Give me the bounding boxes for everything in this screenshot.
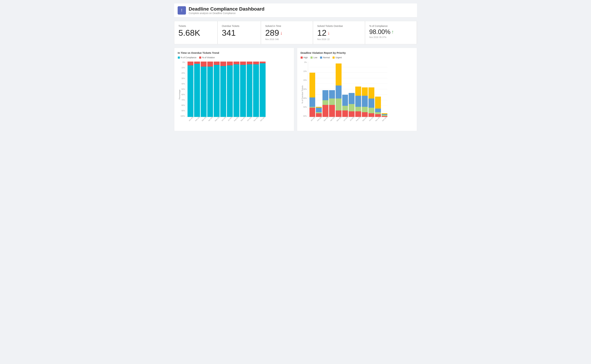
legend-label: % of Compliance (181, 56, 196, 59)
chart2-y-ticks: 60%50%40%30%20%10%0% (303, 62, 308, 117)
legend-color-box (311, 57, 312, 58)
legend-label: Urgent (336, 56, 342, 59)
bar-low (349, 104, 355, 111)
y-tick: 40% (181, 83, 185, 85)
bar-group (349, 62, 355, 117)
bar-low (362, 107, 368, 112)
bar-violation (188, 62, 193, 65)
bar-violation (253, 62, 259, 64)
kpi-card-2: Solved in Time289↓Nov 2019: 546 (261, 21, 313, 44)
chart1-title: In Time vs Overdue Tickets Trend (178, 51, 291, 54)
bar-compliance (234, 64, 239, 117)
dashboard-icon: ! (178, 6, 186, 15)
arrow-down-icon: ↓ (280, 31, 283, 35)
bar-group (220, 62, 226, 117)
legend-item: High (301, 56, 308, 59)
bar-group (227, 62, 233, 117)
kpi-sub-4: Nov 2019: 95.37% (369, 36, 413, 39)
bar-normal (362, 96, 368, 107)
bar-urgent (310, 73, 315, 98)
page-title: Deadline Compliance Dashboard (189, 6, 265, 12)
bar-normal (355, 96, 361, 107)
bar-group (336, 62, 342, 117)
bar-group (194, 62, 200, 117)
y-tick: 60% (303, 115, 307, 117)
y-tick: 20% (303, 79, 307, 81)
bar-high (349, 111, 355, 117)
bar-high (316, 113, 322, 117)
y-tick: 40% (303, 98, 307, 99)
bar-normal (316, 108, 322, 112)
bar-group (323, 62, 328, 117)
kpi-card-4: % of Compliance98.00%↑Nov 2019: 95.37% (365, 21, 417, 44)
bar-group (234, 62, 239, 117)
bar-group (214, 62, 220, 117)
bar-violation (194, 62, 200, 64)
bar-group (201, 62, 207, 117)
chart1-y-label: Percentage (178, 62, 181, 127)
chart2-y-label: % of Overdue Tickets (301, 62, 303, 127)
chart-in-time-vs-overdue: In Time vs Overdue Tickets Trend % of Co… (174, 48, 294, 131)
legend-item: % of Violation (199, 56, 215, 59)
y-tick: 10% (303, 71, 307, 72)
bar-group (253, 62, 259, 117)
legend-label: Low (313, 56, 317, 59)
legend-label: High (304, 56, 308, 59)
bar-violation (214, 62, 220, 65)
bar-low (329, 98, 335, 105)
y-tick: 70% (181, 99, 185, 101)
kpi-value-4: 98.00%↑ (369, 29, 413, 35)
bar-normal (336, 85, 342, 98)
y-tick: 50% (181, 88, 185, 90)
bar-group (329, 62, 335, 117)
bar-compliance (260, 63, 266, 117)
bar-group (240, 62, 246, 117)
bar-high (362, 112, 368, 117)
chart1-y-ticks: 100%90%80%70%60%50%40%30%20%10%0% (181, 62, 186, 117)
chart2-area (308, 62, 388, 117)
bar-urgent (375, 97, 381, 109)
arrow-down-icon: ↓ (327, 31, 330, 35)
y-tick: 50% (303, 106, 307, 108)
bar-group (362, 62, 368, 117)
bar-high (323, 105, 328, 117)
kpi-card-0: Tickets5.68K (174, 21, 217, 44)
kpi-label-2: Solved in Time (265, 25, 309, 27)
chart1-inner: Jan 2019Feb 2019Mar 2019Apr 2019May 2019… (186, 62, 266, 127)
bar-normal (375, 109, 381, 112)
bar-compliance (201, 67, 207, 117)
bar-violation (201, 62, 207, 67)
y-tick: 10% (181, 67, 185, 69)
bar-violation (240, 62, 246, 65)
header-text: Deadline Compliance Dashboard Complete a… (189, 6, 265, 15)
bar-low (355, 107, 361, 111)
bar-compliance (207, 67, 213, 117)
legend-color-box (301, 57, 303, 58)
page-subtitle: Complete analysis on Deadline Compliance (189, 12, 265, 15)
bar-violation (227, 62, 233, 65)
bar-compliance (227, 65, 233, 117)
y-tick: 100% (181, 115, 185, 117)
kpi-card-1: Overdue Tickets341 (218, 21, 261, 44)
bar-high (369, 113, 374, 117)
chart2-title: Deadline Violation Report by Priority (301, 51, 413, 54)
chart2-inner: Jan 2019Feb 2019Mar 2019Apr 2019May 2019… (308, 62, 388, 127)
bar-high (310, 108, 315, 117)
bar-high (382, 116, 388, 117)
bar-compliance (188, 65, 193, 117)
kpi-value-2: 289↓ (265, 29, 309, 37)
bar-group (310, 62, 315, 117)
chart1-legend: % of Compliance% of Violation (178, 56, 291, 59)
bar-violation (247, 62, 253, 64)
kpi-value-1: 341 (222, 29, 257, 37)
dashboard: ! Deadline Compliance Dashboard Complete… (174, 3, 417, 131)
legend-item: Normal (320, 56, 330, 59)
chart1-area (186, 62, 266, 117)
legend-label: % of Violation (202, 56, 215, 59)
bar-compliance (253, 64, 259, 117)
kpi-row: Tickets5.68KOverdue Tickets341Solved in … (174, 21, 417, 44)
bar-violation (207, 62, 213, 67)
y-tick: 0% (303, 62, 307, 63)
chart1-wrap: Percentage 100%90%80%70%60%50%40%30%20%1… (178, 62, 291, 127)
chart-violation-priority: Deadline Violation Report by Priority Hi… (297, 48, 417, 131)
